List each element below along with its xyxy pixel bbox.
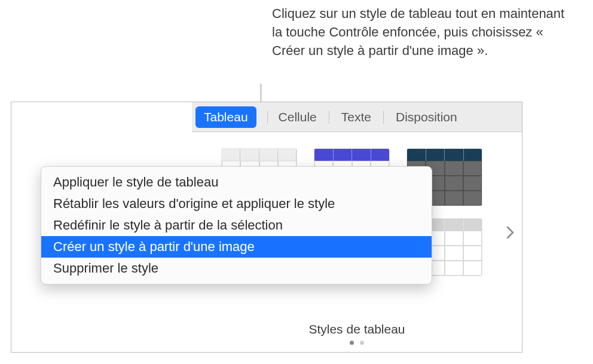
inspector-tabs: Tableau Cellule Texte Disposition [192, 102, 522, 132]
tab-separator [267, 111, 268, 124]
context-menu: Appliquer le style de tableau Rétablir l… [41, 166, 432, 285]
tab-disposition[interactable]: Disposition [396, 108, 457, 127]
table-styles-label: Styles de tableau [192, 322, 522, 337]
chevron-right-icon[interactable] [506, 225, 515, 243]
tab-cellule[interactable]: Cellule [279, 108, 317, 127]
pager-dot-inactive[interactable] [360, 341, 364, 345]
menu-reset-style[interactable]: Rétablir les valeurs d'origine et appliq… [41, 193, 432, 215]
menu-delete-style[interactable]: Supprimer le style [41, 258, 432, 279]
tab-tableau[interactable]: Tableau [195, 106, 256, 128]
tab-separator [383, 111, 384, 124]
menu-apply-style[interactable]: Appliquer le style de tableau [41, 172, 432, 193]
style-pager [192, 337, 522, 347]
tab-separator [329, 111, 329, 124]
pager-dot-active[interactable] [350, 341, 354, 345]
tab-texte[interactable]: Texte [341, 108, 371, 127]
callout-instruction: Cliquez sur un style de tableau tout en … [272, 5, 571, 60]
menu-create-from-image[interactable]: Créer un style à partir d'une image [41, 236, 432, 258]
menu-redefine-style[interactable]: Redéfinir le style à partir de la sélect… [41, 215, 432, 236]
